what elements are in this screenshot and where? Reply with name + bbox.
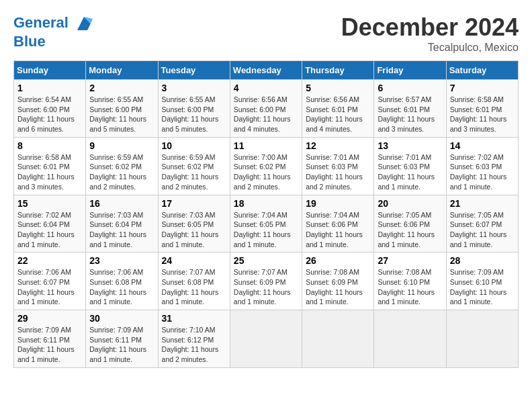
day-number: 8 [17,140,82,151]
calendar-day-cell: 1Sunrise: 6:54 AMSunset: 6:00 PMDaylight… [14,80,86,138]
calendar-day-cell: 14Sunrise: 7:02 AMSunset: 6:03 PMDayligh… [446,137,518,195]
day-number: 5 [306,83,370,93]
day-info: Sunrise: 7:07 AMSunset: 6:09 PMDaylight:… [234,267,298,307]
day-number: 2 [89,83,154,93]
calendar-body: 1Sunrise: 6:54 AMSunset: 6:00 PMDaylight… [14,80,519,368]
calendar-week-row: 22Sunrise: 7:06 AMSunset: 6:07 PMDayligh… [14,253,519,310]
day-info: Sunrise: 7:01 AMSunset: 6:03 PMDaylight:… [306,152,370,192]
calendar-day-cell: 26Sunrise: 7:08 AMSunset: 6:09 PMDayligh… [302,253,374,310]
calendar-day-cell: 31Sunrise: 7:10 AMSunset: 6:12 PMDayligh… [158,310,230,368]
day-info: Sunrise: 7:09 AMSunset: 6:11 PMDaylight:… [17,325,82,365]
day-info: Sunrise: 6:54 AMSunset: 6:00 PMDaylight:… [17,95,82,134]
calendar-day-cell: 2Sunrise: 6:55 AMSunset: 6:00 PMDaylight… [86,80,158,138]
day-number: 15 [17,198,82,209]
calendar-week-row: 15Sunrise: 7:02 AMSunset: 6:04 PMDayligh… [14,195,519,253]
page-header: General Blue December 2024 Tecalpulco, M… [13,13,519,54]
calendar-week-row: 1Sunrise: 6:54 AMSunset: 6:00 PMDaylight… [14,80,519,138]
calendar-header-cell: Monday [86,61,158,80]
calendar-day-cell: 4Sunrise: 6:56 AMSunset: 6:00 PMDaylight… [230,80,302,138]
calendar-table: SundayMondayTuesdayWednesdayThursdayFrid… [13,60,519,368]
calendar-day-cell: 9Sunrise: 6:59 AMSunset: 6:02 PMDaylight… [86,137,158,195]
day-info: Sunrise: 7:02 AMSunset: 6:03 PMDaylight:… [450,152,515,192]
day-number: 4 [234,83,298,93]
location-title: Tecalpulco, Mexico [341,42,519,54]
calendar-day-cell: 8Sunrise: 6:58 AMSunset: 6:01 PMDaylight… [14,137,86,195]
day-info: Sunrise: 7:05 AMSunset: 6:06 PMDaylight:… [378,210,442,250]
calendar-day-cell [230,310,302,368]
calendar-day-cell: 21Sunrise: 7:05 AMSunset: 6:07 PMDayligh… [446,195,518,253]
day-number: 9 [89,140,154,151]
calendar-header-cell: Saturday [446,61,518,80]
day-number: 6 [378,83,442,93]
logo-general: General [13,14,69,31]
day-number: 31 [162,313,226,324]
calendar-day-cell: 17Sunrise: 7:03 AMSunset: 6:05 PMDayligh… [158,195,230,253]
day-info: Sunrise: 7:10 AMSunset: 6:12 PMDaylight:… [162,325,226,365]
day-info: Sunrise: 6:56 AMSunset: 6:00 PMDaylight:… [234,95,298,134]
day-number: 25 [234,255,298,266]
calendar-day-cell: 18Sunrise: 7:04 AMSunset: 6:05 PMDayligh… [230,195,302,253]
calendar-week-row: 29Sunrise: 7:09 AMSunset: 6:11 PMDayligh… [14,310,519,368]
calendar-day-cell: 23Sunrise: 7:06 AMSunset: 6:08 PMDayligh… [86,253,158,310]
calendar-day-cell: 6Sunrise: 6:57 AMSunset: 6:01 PMDaylight… [374,80,446,138]
day-number: 16 [89,198,154,209]
day-info: Sunrise: 7:07 AMSunset: 6:08 PMDaylight:… [162,267,226,307]
calendar-day-cell: 13Sunrise: 7:01 AMSunset: 6:03 PMDayligh… [374,137,446,195]
day-number: 30 [89,313,154,324]
day-number: 13 [378,140,442,151]
day-info: Sunrise: 7:05 AMSunset: 6:07 PMDaylight:… [450,210,515,250]
day-number: 20 [378,198,442,209]
logo-text: General [13,13,94,34]
calendar-day-cell: 29Sunrise: 7:09 AMSunset: 6:11 PMDayligh… [14,310,86,368]
day-number: 12 [306,140,370,151]
calendar-week-row: 8Sunrise: 6:58 AMSunset: 6:01 PMDaylight… [14,137,519,195]
day-number: 26 [306,255,370,266]
day-info: Sunrise: 6:58 AMSunset: 6:01 PMDaylight:… [450,95,515,134]
day-info: Sunrise: 7:06 AMSunset: 6:08 PMDaylight:… [89,267,154,307]
logo-blue: Blue [13,34,94,50]
calendar-day-cell: 5Sunrise: 6:56 AMSunset: 6:01 PMDaylight… [302,80,374,138]
calendar-day-cell: 15Sunrise: 7:02 AMSunset: 6:04 PMDayligh… [14,195,86,253]
day-info: Sunrise: 6:58 AMSunset: 6:01 PMDaylight:… [17,152,82,192]
logo: General Blue [13,13,94,50]
calendar-day-cell: 10Sunrise: 6:59 AMSunset: 6:02 PMDayligh… [158,137,230,195]
day-number: 22 [17,255,82,266]
calendar-day-cell [374,310,446,368]
day-info: Sunrise: 7:04 AMSunset: 6:06 PMDaylight:… [306,210,370,250]
day-info: Sunrise: 6:56 AMSunset: 6:01 PMDaylight:… [306,95,370,134]
day-info: Sunrise: 6:59 AMSunset: 6:02 PMDaylight:… [89,152,154,192]
day-number: 7 [450,83,515,93]
calendar-day-cell: 24Sunrise: 7:07 AMSunset: 6:08 PMDayligh… [158,253,230,310]
calendar-header-cell: Thursday [302,61,374,80]
calendar-day-cell [302,310,374,368]
day-info: Sunrise: 7:01 AMSunset: 6:03 PMDaylight:… [378,152,442,192]
day-info: Sunrise: 7:03 AMSunset: 6:05 PMDaylight:… [162,210,226,250]
day-number: 23 [89,255,154,266]
day-number: 19 [306,198,370,209]
day-info: Sunrise: 7:09 AMSunset: 6:10 PMDaylight:… [450,267,515,307]
day-info: Sunrise: 6:55 AMSunset: 6:00 PMDaylight:… [89,95,154,134]
logo-icon [74,13,94,34]
calendar-day-cell: 30Sunrise: 7:09 AMSunset: 6:11 PMDayligh… [86,310,158,368]
calendar-header-cell: Wednesday [230,61,302,80]
calendar-day-cell: 7Sunrise: 6:58 AMSunset: 6:01 PMDaylight… [446,80,518,138]
day-number: 21 [450,198,515,209]
day-info: Sunrise: 6:57 AMSunset: 6:01 PMDaylight:… [378,95,442,134]
calendar-header-cell: Friday [374,61,446,80]
day-number: 29 [17,313,82,324]
calendar-day-cell: 22Sunrise: 7:06 AMSunset: 6:07 PMDayligh… [14,253,86,310]
month-title: December 2024 [341,13,519,42]
calendar-header-cell: Tuesday [158,61,230,80]
day-number: 24 [162,255,226,266]
day-info: Sunrise: 7:09 AMSunset: 6:11 PMDaylight:… [89,325,154,365]
calendar-day-cell: 27Sunrise: 7:08 AMSunset: 6:10 PMDayligh… [374,253,446,310]
calendar-day-cell: 19Sunrise: 7:04 AMSunset: 6:06 PMDayligh… [302,195,374,253]
day-number: 17 [162,198,226,209]
day-info: Sunrise: 7:00 AMSunset: 6:02 PMDaylight:… [234,152,298,192]
day-number: 11 [234,140,298,151]
day-info: Sunrise: 6:59 AMSunset: 6:02 PMDaylight:… [162,152,226,192]
day-number: 10 [162,140,226,151]
calendar-day-cell: 16Sunrise: 7:03 AMSunset: 6:04 PMDayligh… [86,195,158,253]
calendar-day-cell: 12Sunrise: 7:01 AMSunset: 6:03 PMDayligh… [302,137,374,195]
calendar-day-cell: 20Sunrise: 7:05 AMSunset: 6:06 PMDayligh… [374,195,446,253]
